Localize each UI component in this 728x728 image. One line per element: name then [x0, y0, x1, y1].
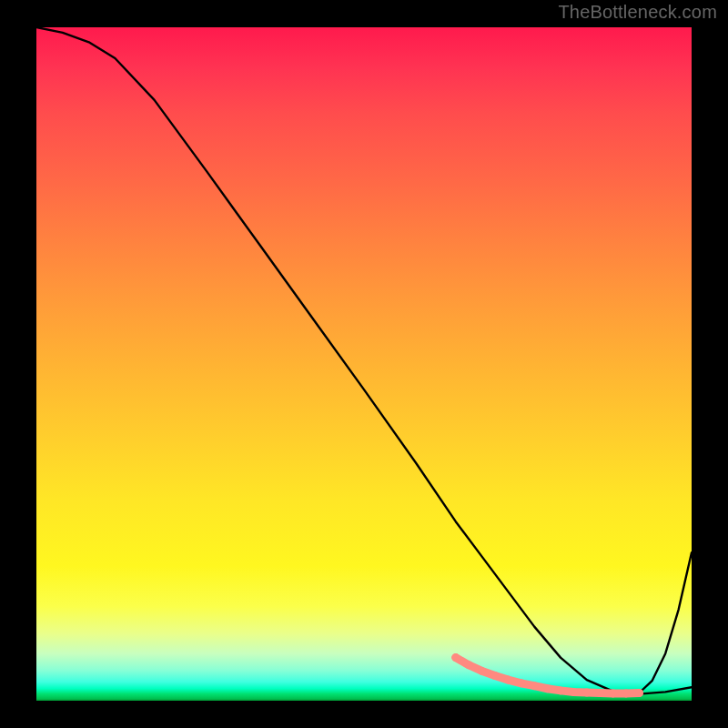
right-tail-curve — [639, 552, 692, 693]
chart-root: TheBottleneck.com — [0, 0, 728, 728]
svg-point-10 — [582, 689, 591, 697]
svg-point-9 — [570, 688, 578, 696]
svg-point-8 — [557, 686, 565, 694]
svg-point-3 — [491, 672, 500, 680]
svg-point-6 — [531, 682, 539, 690]
svg-point-4 — [504, 676, 512, 684]
svg-point-5 — [517, 679, 525, 687]
optimal-band-markers — [451, 653, 643, 697]
chart-svg — [36, 27, 692, 701]
svg-point-0 — [451, 653, 460, 662]
svg-point-12 — [609, 689, 617, 697]
svg-point-7 — [543, 684, 551, 693]
plot-area — [36, 27, 692, 701]
svg-point-14 — [635, 689, 643, 697]
svg-point-2 — [478, 667, 486, 675]
svg-point-11 — [596, 689, 604, 697]
svg-point-13 — [622, 689, 631, 697]
svg-point-1 — [465, 661, 473, 669]
attribution-text: TheBottleneck.com — [558, 2, 717, 23]
bottleneck-curve — [36, 27, 692, 694]
